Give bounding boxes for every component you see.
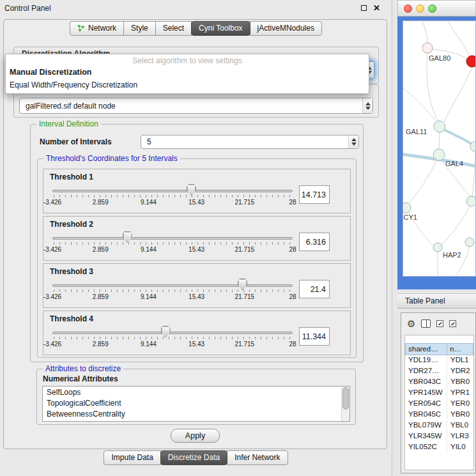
attribute-item[interactable]: TopologicalCoefficient [47, 398, 349, 409]
slider-ticks [54, 195, 292, 197]
gear-icon[interactable]: ⚙ [407, 319, 415, 328]
threshold-panel: Threshold 1-3.4262.8599.14415.4321.71528… [43, 169, 351, 213]
dropdown-option-equal-width-frequency[interactable]: Equal Width/Frequency Discretization [6, 79, 369, 91]
slider-thumb-icon[interactable] [187, 184, 196, 196]
tab-style[interactable]: Style [123, 21, 156, 36]
cell-shared-name: YPR145W [405, 388, 447, 399]
slider-scale: -3.4262.8599.14415.4321.71528 [52, 246, 293, 254]
network-edge[interactable] [444, 67, 472, 122]
zoom-button[interactable] [428, 4, 436, 13]
minimize-button[interactable] [416, 4, 424, 13]
cell-shared-name: YDL19… [405, 355, 447, 366]
network-edge[interactable] [427, 53, 438, 121]
cell-name: YIL0 [447, 442, 473, 453]
tab-label: Discretize Data [168, 453, 220, 462]
thresholds-list: Threshold 1-3.4262.8599.14415.4321.71528… [38, 169, 356, 355]
tab-network[interactable]: Network [70, 21, 124, 36]
attributes-listbox: SelfLoopsTopologicalCoefficientBetweenne… [42, 386, 350, 422]
tab-jactivemnodules[interactable]: jActiveMNodules [250, 21, 322, 36]
threshold-label: Threshold 1 [43, 169, 350, 184]
slider-thumb-icon[interactable] [238, 279, 247, 290]
table-data-combobox-value: galFiltered.sif default node [20, 102, 362, 111]
column-header-name[interactable]: n… [447, 343, 473, 355]
tab-discretize-data[interactable]: Discretize Data [160, 450, 227, 465]
attributes-scrollbar[interactable] [341, 387, 349, 421]
attributes-group-title: Attributes to discretize [43, 364, 123, 373]
number-of-intervals-combobox[interactable]: 5 [141, 135, 359, 149]
node-gal11[interactable] [434, 121, 445, 132]
table-row[interactable]: YPR145WYPR1 [405, 388, 473, 399]
dropdown-option-manual-discretization[interactable]: Manual Discretization [6, 66, 369, 79]
table-panel-title: Table Panel [405, 296, 445, 305]
combo-stepper-icon[interactable] [348, 135, 358, 148]
scale-label: -3.426 [43, 246, 61, 253]
node-red[interactable] [466, 56, 476, 67]
attribute-item[interactable]: BetweennessCentrality [47, 409, 349, 420]
threshold-slider[interactable]: -3.4262.8599.14415.4321.71528 [52, 279, 293, 303]
tab-infer-network[interactable]: Infer Network [227, 450, 288, 465]
network-edge[interactable] [441, 206, 470, 245]
network-edge[interactable] [448, 21, 470, 57]
table-row[interactable]: YDL19…YDL1 [405, 355, 473, 366]
network-view-window: GAL80GAL11GAL4GCY1HAP2 [397, 0, 476, 289]
thresholds-group-title: Threshold's Coordinates for 5 Intervals [43, 154, 180, 163]
network-edge[interactable] [408, 160, 436, 204]
threshold-slider[interactable]: -3.4262.8599.14415.4321.71528 [52, 326, 293, 350]
tab-cyni-toolbox[interactable]: Cyni Toolbox [191, 21, 250, 36]
table-row[interactable]: YBR045CYBR0 [405, 410, 473, 420]
column-header-shared-name[interactable]: shared… [405, 343, 447, 355]
threshold-value-field[interactable]: 11.344 [299, 327, 330, 346]
threshold-slider[interactable]: -3.4262.8599.14415.4321.71528 [52, 184, 293, 208]
scale-label: 15.43 [188, 293, 204, 300]
node-gcy1[interactable] [403, 203, 411, 213]
columns-icon[interactable] [421, 319, 431, 328]
checkbox-icon-1[interactable]: ✔ [436, 320, 443, 327]
slider-thumb-icon[interactable] [123, 231, 132, 243]
combo-stepper-icon[interactable] [362, 98, 372, 113]
tab-impute-data[interactable]: Impute Data [104, 450, 160, 465]
tab-label: jActiveMNodules [257, 24, 314, 33]
table-row[interactable]: YBR043CYBR0 [405, 377, 473, 388]
apply-button[interactable]: Apply [171, 429, 220, 443]
scale-label: -3.426 [43, 199, 61, 206]
numerical-attributes-label: Numerical Attributes [43, 374, 118, 383]
network-canvas[interactable]: GAL80GAL11GAL4GCY1HAP2 [403, 20, 476, 277]
threshold-slider[interactable]: -3.4262.8599.14415.4321.71528 [52, 231, 293, 256]
close-button[interactable] [404, 4, 412, 13]
checkbox-icon-2[interactable]: ✔ [449, 320, 456, 327]
float-window-icon[interactable] [361, 5, 367, 11]
tab-select[interactable]: Select [155, 21, 192, 36]
stepper-down-icon [351, 142, 357, 146]
threshold-value-field[interactable]: 6.316 [299, 233, 330, 251]
table-data-combobox[interactable]: galFiltered.sif default node [19, 98, 373, 114]
node-gal80[interactable] [422, 43, 433, 53]
number-of-intervals-label: Number of Intervals [40, 137, 112, 146]
cell-name: YBL0 [447, 420, 473, 431]
threshold-value-field[interactable]: 21.4 [299, 280, 330, 298]
node-right-3[interactable] [465, 238, 474, 247]
table-row[interactable]: YDR27…YDR2 [405, 366, 473, 377]
slider-thumb-icon[interactable] [161, 326, 171, 337]
node-gal4[interactable] [433, 149, 445, 160]
node-right-2[interactable] [466, 196, 476, 206]
screen: Control Panel ✕ Discretization Algorithm… [0, 0, 476, 476]
attribute-item[interactable]: SelfLoops [47, 387, 349, 398]
threshold-value-field[interactable]: 14.713 [299, 185, 330, 204]
node-hap2[interactable] [433, 243, 442, 252]
scale-label: 21.715 [235, 341, 255, 348]
scale-label: 28 [289, 246, 296, 253]
cell-shared-name: YBR045C [405, 410, 447, 420]
cell-shared-name: YBR043C [405, 377, 447, 388]
scrollbar-thumb[interactable] [342, 387, 349, 410]
interval-definition-group: Interval Definition Number of Intervals … [30, 124, 364, 362]
table-row[interactable]: YBL079WYBL0 [405, 420, 473, 431]
table-row[interactable]: YLR345WYLR3 [405, 431, 473, 442]
table-panel-window: ⚙ ✔ ✔ shared… n… YDL19…YDL1YDR27…YDR2YBR… [401, 312, 476, 473]
scale-label: 2.859 [93, 199, 109, 206]
cell-name: YBR0 [447, 410, 473, 420]
network-edge[interactable] [439, 132, 440, 149]
network-edge[interactable] [472, 151, 475, 196]
table-row[interactable]: YIL052CYIL0 [405, 442, 473, 453]
close-icon[interactable]: ✕ [373, 5, 380, 12]
table-row[interactable]: YER054CYER0 [405, 399, 473, 410]
